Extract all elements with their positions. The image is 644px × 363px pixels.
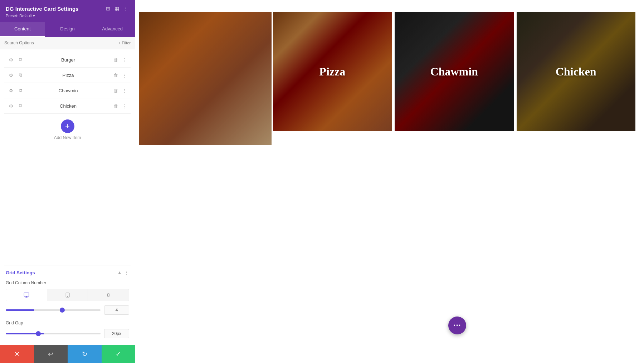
duplicate-icon[interactable]: ⧉ (16, 56, 24, 64)
tab-design[interactable]: Design (45, 22, 90, 37)
item-right-icons: 🗑 ⋮ (112, 56, 128, 63)
main-content: Pizza Chawmin Chicken ··· (135, 0, 644, 363)
list-item: ⚙ ⧉ Chawmin 🗑 ⋮ (4, 83, 131, 98)
settings-icon[interactable]: ⚙ (7, 87, 15, 94)
list-item: ⚙ ⧉ Burger 🗑 ⋮ (4, 52, 131, 68)
fab-icon: ··· (453, 321, 461, 330)
sidebar-header-icons: ⊞ ▦ ⋮ (105, 5, 129, 12)
settings-icon[interactable]: ⚙ (7, 102, 15, 110)
list-item: ⚙ ⧉ Chicken 🗑 ⋮ (4, 98, 131, 114)
item-left-icons: ⚙ ⧉ (7, 56, 24, 64)
section-header-icons: ▲ ⋮ (117, 270, 129, 275)
card-overlay: Chicken (517, 12, 636, 131)
svg-point-2 (67, 296, 68, 296)
delete-icon[interactable]: 🗑 (112, 56, 119, 63)
sidebar-tabs: Content Design Advanced (0, 22, 135, 37)
item-label: Burger (26, 57, 110, 63)
column-slider[interactable] (6, 309, 101, 311)
settings-icon[interactable]: ⚙ (7, 71, 15, 79)
delete-icon[interactable]: 🗑 (112, 72, 119, 79)
more-icon[interactable]: ⋮ (123, 5, 129, 12)
card-title-pizza: Pizza (319, 65, 345, 78)
cancel-button[interactable]: ✕ (0, 345, 34, 363)
column-slider-row: 4 (6, 305, 129, 315)
grid-icon[interactable]: ▦ (114, 5, 120, 12)
food-card-chicken[interactable]: Chicken (517, 12, 636, 131)
save-button[interactable]: ✓ (102, 345, 136, 363)
device-selector (6, 289, 129, 301)
sidebar-header: DG Interactive Card Settings ⊞ ▦ ⋮ Prese… (0, 0, 135, 22)
add-new-item[interactable]: + Add New Item (4, 114, 131, 146)
expand-icon[interactable]: ⊞ (105, 5, 111, 12)
search-row: + Filter (0, 37, 135, 49)
settings-icon[interactable]: ⚙ (7, 56, 15, 64)
list-item: ⚙ ⧉ Pizza 🗑 ⋮ (4, 68, 131, 83)
floating-action-button[interactable]: ··· (448, 317, 466, 334)
food-card-chawmin[interactable]: Chawmin (395, 12, 514, 131)
collapse-icon[interactable]: ▲ (117, 270, 122, 275)
section-title: Grid Settings (6, 270, 35, 275)
duplicate-icon[interactable]: ⧉ (16, 102, 24, 110)
card-title-chawmin: Chawmin (430, 65, 478, 78)
gap-label: Grid Gap (6, 320, 129, 325)
item-left-icons: ⚙ ⧉ (7, 71, 24, 79)
search-input[interactable] (4, 40, 116, 45)
svg-rect-0 (24, 293, 29, 296)
card-overlay: Pizza (273, 12, 392, 131)
item-label: Pizza (26, 73, 110, 78)
gap-slider-row: 20px (6, 329, 129, 338)
grid-settings-section: Grid Settings ▲ ⋮ Grid Column Number 4 G… (0, 265, 135, 348)
item-right-icons: 🗑 ⋮ (112, 87, 128, 94)
add-circle-icon: + (61, 119, 74, 133)
item-label: Chicken (26, 103, 110, 109)
items-list: ⚙ ⧉ Burger 🗑 ⋮ ⚙ ⧉ Pizza 🗑 ⋮ ⚙ (0, 49, 135, 265)
tab-advanced[interactable]: Advanced (90, 22, 135, 37)
desktop-device-btn[interactable] (6, 289, 47, 301)
gap-value-input[interactable]: 20px (104, 329, 129, 338)
item-right-icons: 🗑 ⋮ (112, 72, 128, 79)
item-left-icons: ⚙ ⧉ (7, 87, 24, 94)
sidebar-title: DG Interactive Card Settings (6, 6, 78, 12)
delete-icon[interactable]: 🗑 (112, 87, 119, 94)
item-label: Chawmin (26, 88, 110, 93)
svg-point-4 (108, 296, 109, 296)
tab-content[interactable]: Content (0, 22, 45, 37)
column-number-label: Grid Column Number (6, 280, 129, 285)
food-grid: Pizza Chawmin Chicken (135, 0, 644, 153)
item-left-icons: ⚙ ⧉ (7, 102, 24, 110)
item-right-icons: 🗑 ⋮ (112, 102, 128, 109)
duplicate-icon[interactable]: ⧉ (16, 71, 24, 79)
card-overlay (139, 12, 272, 145)
more-options-icon[interactable]: ⋮ (121, 56, 128, 63)
food-card-pizza[interactable]: Pizza (273, 12, 392, 131)
more-options-icon[interactable]: ⋮ (121, 72, 128, 79)
section-more-icon[interactable]: ⋮ (124, 270, 129, 275)
sidebar: DG Interactive Card Settings ⊞ ▦ ⋮ Prese… (0, 0, 135, 363)
more-options-icon[interactable]: ⋮ (121, 87, 128, 94)
card-title-chicken: Chicken (556, 65, 596, 78)
duplicate-icon[interactable]: ⧉ (16, 87, 24, 94)
tablet-device-btn[interactable] (47, 289, 88, 301)
add-new-label: Add New Item (54, 135, 81, 140)
undo-button[interactable]: ↩ (34, 345, 68, 363)
redo-button[interactable]: ↻ (68, 345, 102, 363)
gap-slider[interactable] (6, 333, 101, 334)
filter-button[interactable]: + Filter (118, 41, 131, 45)
section-header: Grid Settings ▲ ⋮ (6, 270, 129, 275)
food-card-burger[interactable] (139, 12, 272, 145)
preset-row[interactable]: Preset: Default ▾ (6, 14, 129, 18)
mobile-device-btn[interactable] (88, 289, 129, 301)
column-value-input[interactable]: 4 (104, 305, 129, 315)
delete-icon[interactable]: 🗑 (112, 102, 119, 109)
card-overlay: Chawmin (395, 12, 514, 131)
bottom-toolbar: ✕ ↩ ↻ ✓ (0, 345, 135, 363)
more-options-icon[interactable]: ⋮ (121, 102, 128, 109)
